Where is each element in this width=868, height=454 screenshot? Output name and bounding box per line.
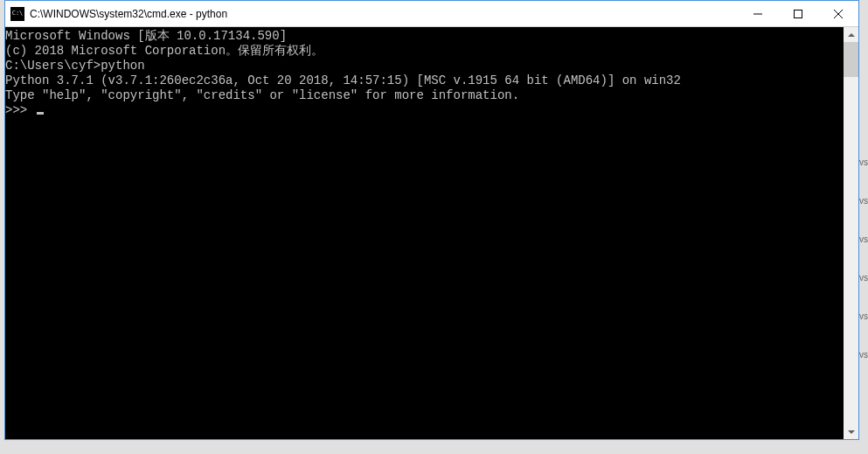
- scroll-up-arrow[interactable]: [844, 27, 858, 42]
- titlebar[interactable]: C:\WINDOWS\system32\cmd.exe - python: [5, 1, 858, 27]
- minimize-icon: [753, 10, 762, 18]
- close-icon: [834, 10, 843, 18]
- terminal-line: (c) 2018 Microsoft Corporation。保留所有权利。: [5, 44, 844, 59]
- cmd-icon: [10, 7, 24, 21]
- chevron-up-icon: [848, 33, 855, 37]
- svg-marker-5: [848, 430, 855, 434]
- terminal-output[interactable]: Microsoft Windows [版本 10.0.17134.590](c)…: [5, 27, 844, 439]
- scroll-track[interactable]: [844, 42, 858, 424]
- terminal-line: Type "help", "copyright", "credits" or "…: [5, 88, 844, 103]
- vertical-scrollbar[interactable]: [844, 27, 858, 439]
- cmd-window: C:\WINDOWS\system32\cmd.exe - python Mic…: [4, 0, 859, 440]
- scroll-down-arrow[interactable]: [844, 424, 858, 439]
- terminal-line: C:\Users\cyf>python: [5, 59, 844, 73]
- terminal-line: >>>: [5, 103, 844, 118]
- minimize-button[interactable]: [738, 1, 778, 26]
- window-title: C:\WINDOWS\system32\cmd.exe - python: [30, 8, 738, 20]
- svg-rect-1: [795, 10, 802, 17]
- maximize-button[interactable]: [778, 1, 818, 26]
- terminal-line: Microsoft Windows [版本 10.0.17134.590]: [5, 29, 844, 44]
- maximize-icon: [794, 10, 802, 18]
- background-window-edge: vsvsvsvsvsvs: [859, 157, 868, 388]
- cursor: [37, 112, 44, 115]
- window-controls: [738, 1, 858, 26]
- terminal-area: Microsoft Windows [版本 10.0.17134.590](c)…: [5, 27, 858, 439]
- terminal-line: Python 3.7.1 (v3.7.1:260ec2c36a, Oct 20 …: [5, 73, 844, 88]
- chevron-down-icon: [848, 430, 855, 434]
- svg-marker-4: [848, 33, 855, 37]
- close-button[interactable]: [818, 1, 858, 26]
- scroll-thumb[interactable]: [844, 42, 858, 77]
